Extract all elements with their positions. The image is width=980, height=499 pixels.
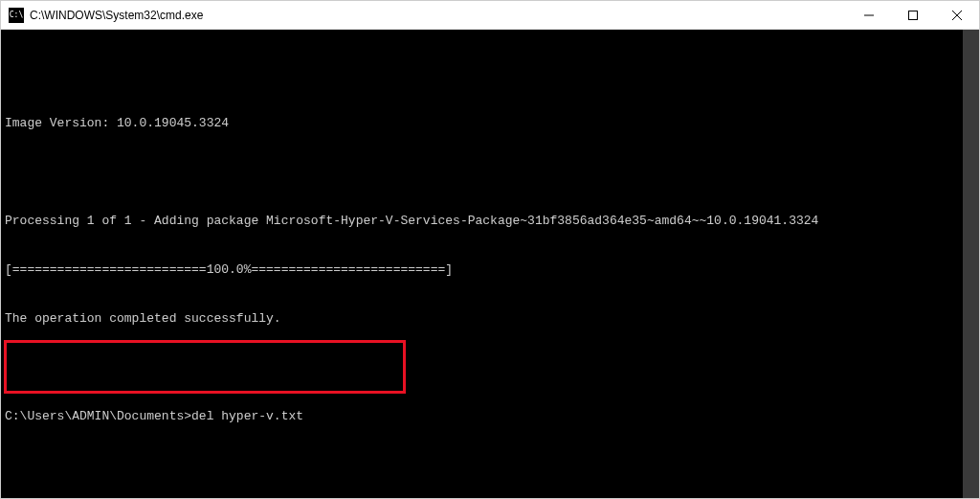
terminal-line: [5, 457, 975, 473]
terminal-line: Processing 1 of 1 - Adding package Micro…: [5, 213, 975, 229]
terminal-line: [5, 164, 975, 180]
window-title: C:\WINDOWS\System32\cmd.exe: [30, 9, 203, 22]
terminal-line: Image Version: 10.0.19045.3324: [5, 115, 975, 131]
titlebar[interactable]: C:\ C:\WINDOWS\System32\cmd.exe: [1, 1, 979, 30]
cmd-icon: C:\: [9, 8, 24, 23]
terminal-line: The operation completed successfully.: [5, 310, 975, 327]
svg-rect-1: [909, 11, 918, 19]
cmd-window: C:\ C:\WINDOWS\System32\cmd.exe Image Ve…: [0, 0, 980, 499]
terminal-line: [5, 66, 975, 82]
terminal-output[interactable]: Image Version: 10.0.19045.3324 Processin…: [1, 30, 979, 498]
terminal-line: [5, 359, 975, 375]
maximize-button[interactable]: [891, 1, 935, 29]
minimize-icon: [864, 11, 874, 20]
scrollbar-thumb[interactable]: [963, 30, 979, 498]
close-icon: [952, 11, 962, 20]
terminal-line: [==========================100.0%=======…: [5, 261, 975, 278]
minimize-button[interactable]: [847, 1, 891, 29]
close-button[interactable]: [935, 1, 979, 29]
vertical-scrollbar[interactable]: [963, 30, 979, 498]
maximize-icon: [908, 11, 918, 20]
terminal-line: C:\Users\ADMIN\Documents>del hyper-v.txt: [5, 408, 975, 424]
window-controls: [847, 1, 979, 29]
